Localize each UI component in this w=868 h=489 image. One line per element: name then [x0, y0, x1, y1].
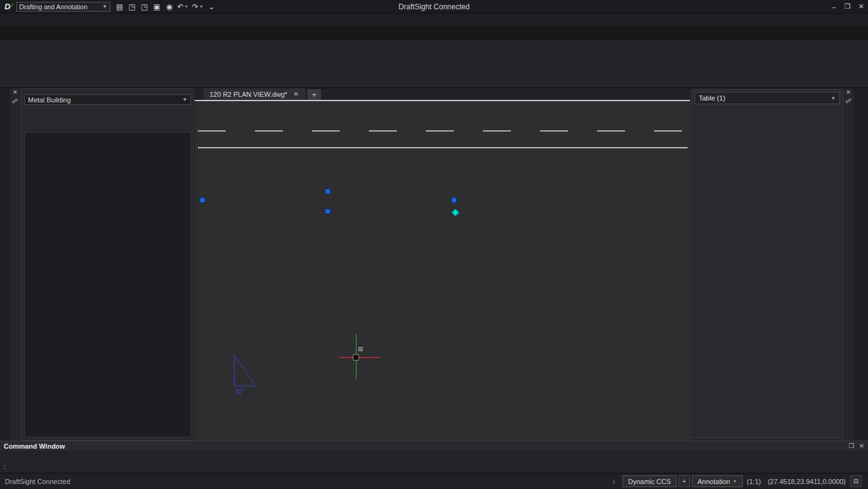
properties-panel: Table (1) ▼	[691, 89, 843, 438]
workspace-selector[interactable]: Drafting and Annotation ▼	[16, 2, 110, 12]
sheetset-dropdown-value: Metal Building	[28, 96, 71, 104]
status-bar: DraftSight Connected ♁ Dynamic CCS + Ann…	[0, 473, 868, 489]
dynamic-ccs-button[interactable]: Dynamic CCS	[622, 475, 676, 487]
chevron-down-icon: ▼	[831, 96, 836, 101]
document-tab-label: 120 R2 PLAN VIEW.dwg*	[210, 91, 287, 98]
close-icon[interactable]: ✕	[844, 88, 853, 97]
selection-grip[interactable]	[200, 197, 205, 203]
crosshair-horizontal	[339, 357, 380, 358]
scale-readout: (1:1)	[745, 478, 764, 485]
entity-selector-dropdown[interactable]: Table (1) ▼	[694, 92, 840, 104]
pin-icon[interactable]: ☍	[11, 97, 20, 105]
solid-drawing-line	[198, 147, 688, 148]
draftsight-logo: D∕	[0, 2, 16, 11]
command-window[interactable]: Command Window ❐ ✕ :	[0, 441, 868, 473]
right-dock: Table (1) ▼ ✕ ☍	[690, 88, 868, 441]
customize-qat-icon[interactable]: ⌄	[206, 1, 217, 12]
restore-button[interactable]: ❐	[841, 1, 854, 13]
sheetset-dropdown[interactable]: Metal Building ▼	[24, 94, 191, 105]
window-controls: –❐✕	[827, 1, 868, 13]
status-controls: ♁ Dynamic CCS + Annotation ▼ (1:1) (27.4…	[611, 475, 868, 487]
chevron-down-icon: ▼	[102, 4, 107, 9]
svg-text:hx: hx	[236, 390, 242, 396]
chevron-down-icon: ▼	[182, 97, 187, 102]
command-prompt[interactable]: :	[4, 463, 6, 470]
workspace-label: Drafting and Annotation	[19, 3, 87, 11]
drawing-canvas[interactable]: 120 R2 PLAN VIEW.dwg* ✕ + ▤ ⌐ hx	[194, 88, 690, 441]
left-edge-tab-strip	[0, 88, 10, 441]
save-icon[interactable]: ▣	[151, 1, 162, 12]
close-button[interactable]: ✕	[854, 1, 868, 13]
undo-icon[interactable]: ↶▼	[176, 1, 190, 12]
left-dock: ✕ ☍ Metal Building ▼	[0, 88, 194, 441]
close-icon[interactable]: ✕	[11, 88, 20, 97]
cursor-badge-icon: ▤	[358, 346, 363, 352]
command-window-header: Command Window ❐ ✕	[0, 441, 868, 451]
drawing-sheet-tree	[24, 132, 191, 437]
status-app-name: DraftSight Connected	[0, 478, 70, 485]
close-icon[interactable]: ✕	[293, 91, 298, 97]
minimize-button[interactable]: –	[827, 1, 841, 13]
close-icon[interactable]: ✕	[859, 442, 864, 449]
new-file-icon[interactable]: ▤	[114, 1, 125, 12]
triangle-sketch: ⌐ hx	[231, 354, 263, 398]
pickbox-cursor	[353, 354, 359, 361]
properties-sections	[692, 109, 843, 437]
sheet-manager-toolbar	[22, 89, 193, 93]
pin-icon[interactable]: ☍	[844, 97, 853, 105]
coordinates-readout: (27.4518,23.9411,0.0000)	[765, 478, 848, 485]
sheet-tabs	[195, 426, 201, 437]
properties-rail: ✕ ☍	[844, 88, 854, 105]
svg-text:⌐: ⌐	[233, 379, 236, 385]
new-document-tab-button[interactable]: +	[308, 89, 321, 100]
document-tab[interactable]: 120 R2 PLAN VIEW.dwg* ✕	[203, 88, 305, 100]
chevron-down-icon: ▼	[733, 479, 737, 483]
ribbon-tab-bar	[0, 26, 868, 40]
chevron-down-icon: ▼	[184, 4, 188, 9]
open-recent-icon[interactable]: ◳	[139, 1, 150, 12]
redo-icon[interactable]: ↷▼	[191, 1, 205, 12]
draftsight-window: D∕ Drafting and Annotation ▼ ▤◳◳▣◉↶▼↷▼⌄ …	[0, 0, 868, 489]
entity-selector-value: Table (1)	[699, 94, 725, 102]
dashed-drawing-line	[198, 130, 688, 132]
annotation-scale-dropdown[interactable]: Annotation ▼	[692, 475, 743, 487]
float-panel-icon[interactable]: ❐	[849, 442, 854, 449]
connection-status-icon: ♁	[611, 478, 616, 485]
document-tab-strip: 120 R2 PLAN VIEW.dwg* ✕ +	[195, 88, 690, 101]
properties-toolbar	[692, 104, 843, 109]
chevron-down-icon: ▼	[199, 4, 203, 9]
sheet-manager-rail: ✕ ☍	[11, 88, 21, 441]
web-share-icon[interactable]: ◉	[164, 1, 175, 12]
command-window-title: Command Window	[4, 442, 65, 450]
quick-access-toolbar: ▤◳◳▣◉↶▼↷▼⌄	[114, 1, 217, 12]
menu-bar	[0, 14, 868, 26]
selection-grip[interactable]	[325, 209, 330, 214]
sheet-set-manager-panel: Metal Building ▼	[21, 88, 194, 441]
selection-grip[interactable]	[325, 189, 330, 194]
selection-grip-diamond[interactable]	[451, 209, 459, 217]
plot-icon[interactable]: ⊟	[850, 475, 862, 487]
right-edge-tab-strip	[854, 88, 868, 441]
selection-grip[interactable]	[451, 197, 457, 203]
open-file-icon[interactable]: ◳	[126, 1, 138, 12]
add-scale-button[interactable]: +	[678, 475, 690, 487]
title-bar: D∕ Drafting and Annotation ▼ ▤◳◳▣◉↶▼↷▼⌄ …	[0, 0, 868, 14]
ribbon	[0, 40, 868, 88]
